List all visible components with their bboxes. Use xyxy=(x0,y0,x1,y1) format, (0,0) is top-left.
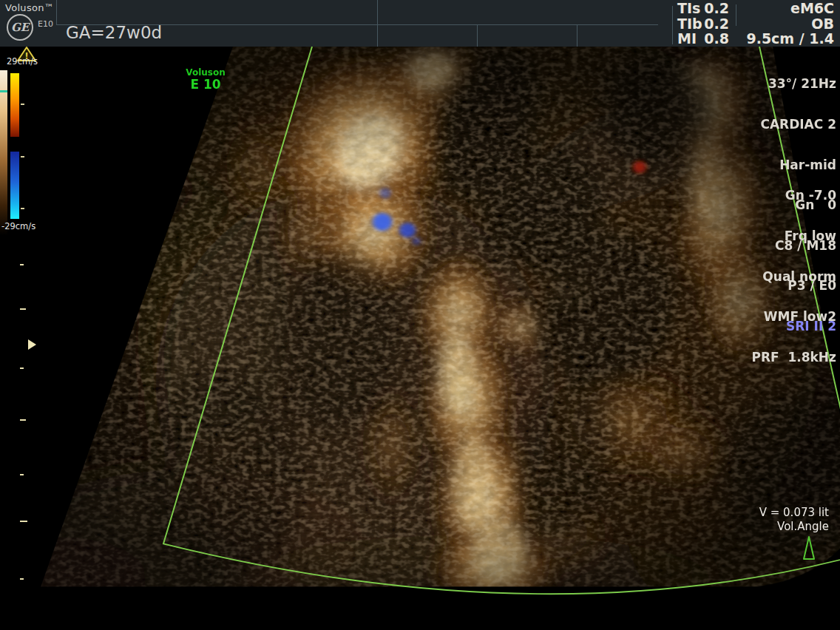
param-line: CARDIAC 2 xyxy=(760,118,836,131)
probe-name: eM6C xyxy=(746,1,834,16)
param-line: Qual norm xyxy=(751,270,836,283)
volume-angle-label: Vol.Angle xyxy=(759,520,829,534)
ti-label: MI xyxy=(677,31,697,47)
brand-label: Voluson™ xyxy=(5,2,54,13)
velocity-tick xyxy=(21,156,24,158)
ti-row: TIb 0.2 xyxy=(677,16,729,32)
header-divider xyxy=(736,4,736,26)
velocity-tick xyxy=(21,104,24,105)
ti-row: TIs 0.2 xyxy=(677,1,729,16)
depth-tick xyxy=(20,368,24,369)
param-line: WMF low2 xyxy=(751,310,836,323)
header-divider xyxy=(672,6,673,44)
velocity-tick xyxy=(21,208,24,209)
doppler-params-block: Gn -7.0 Frq low Qual norm WMF low2 PRF 1… xyxy=(751,162,836,390)
preset-name: OB xyxy=(746,16,834,32)
depth-tick xyxy=(20,578,24,580)
grayscale-marker xyxy=(0,90,7,92)
ti-label: TIb xyxy=(677,16,702,32)
ti-value: 0.8 xyxy=(704,31,729,47)
depth-tick xyxy=(20,474,24,475)
thermal-index-block: TIs 0.2 TIb 0.2 MI 0.8 xyxy=(677,1,729,47)
velocity-scale-min: -29cm/s xyxy=(1,221,35,231)
grayscale-bar xyxy=(0,70,7,235)
header-divider xyxy=(56,24,658,25)
header-divider xyxy=(377,0,378,47)
param-line: 33°/ 21Hz xyxy=(760,77,836,90)
param-line: Gn -7.0 xyxy=(751,189,836,202)
volume-readout-block: V = 0.073 lit Vol.Angle xyxy=(759,506,829,534)
param-line: PRF 1.8kHz xyxy=(751,350,836,364)
angle-cursor-icon xyxy=(802,535,816,560)
depth-tick xyxy=(20,308,26,310)
focus-marker-icon xyxy=(28,339,36,350)
ti-value: 0.2 xyxy=(704,16,729,32)
ti-label: TIs xyxy=(677,1,700,16)
depth-tick xyxy=(20,419,26,421)
ti-row: MI 0.8 xyxy=(677,31,729,47)
ga-readout: GA=27w0d xyxy=(66,23,162,42)
header-divider xyxy=(56,0,57,25)
header-bar: Voluson™ GE E10 GA=27w0d TIs 0.2 TIb 0.2… xyxy=(0,0,840,47)
ultrasound-display-area xyxy=(0,47,840,630)
model-label: E10 xyxy=(38,19,53,29)
depth-tick xyxy=(20,264,24,265)
ge-logo-icon: GE xyxy=(7,14,33,41)
ti-value: 0.2 xyxy=(704,1,729,16)
system-watermark: Voluson E 10 xyxy=(183,68,228,92)
volume-value: V = 0.073 lit xyxy=(759,506,829,520)
ultrasound-screen: Voluson™ GE E10 GA=27w0d TIs 0.2 TIb 0.2… xyxy=(0,0,840,630)
header-divider xyxy=(577,25,578,47)
doppler-colorbar-negative xyxy=(10,152,19,219)
watermark-line2: E 10 xyxy=(183,78,228,92)
param-line: Frq low xyxy=(751,229,836,243)
ultrasound-image xyxy=(0,47,840,630)
probe-info-block: eM6C OB 9.5cm / 1.4 xyxy=(746,1,834,47)
depth-frequency: 9.5cm / 1.4 xyxy=(746,31,834,47)
header-divider xyxy=(477,25,478,47)
velocity-scale-max: 29cm/s xyxy=(7,56,38,67)
doppler-colorbar-positive xyxy=(10,73,19,137)
depth-tick xyxy=(20,521,27,522)
